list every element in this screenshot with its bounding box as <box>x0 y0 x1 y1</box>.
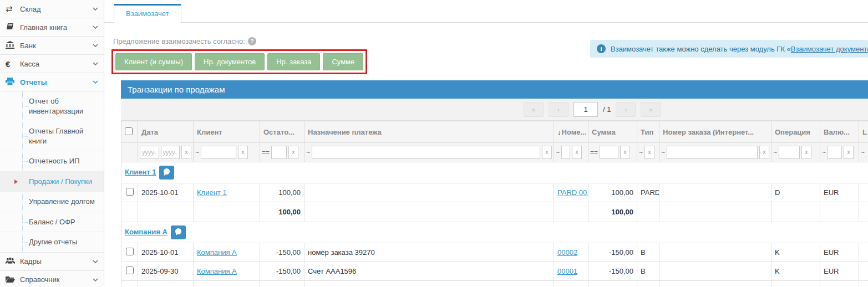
sidebar-subitem-balance[interactable]: Баланс / ОФР <box>0 212 104 233</box>
cell-doc-link[interactable]: 00001 <box>557 267 577 275</box>
cell-operation: K <box>771 262 820 281</box>
col-order-number[interactable]: Номер заказа (Интернет... <box>659 121 771 143</box>
sidebar-item-otchety[interactable]: Отчеты <box>0 73 104 91</box>
cell-client-link[interactable]: Компания А <box>197 267 237 275</box>
select-all-checkbox[interactable] <box>125 127 133 135</box>
sidebar-subitem-debt-management[interactable]: Управление долгом <box>0 192 104 212</box>
group-subtotal-row: 100,00 100,00 <box>121 202 868 222</box>
next-page-button[interactable]: › <box>616 102 636 117</box>
cell-type: B <box>637 243 659 262</box>
client-filter[interactable] <box>201 146 236 159</box>
col-client[interactable]: Клиент <box>194 121 260 143</box>
header-row: Дата Клиент Остато... Назначение платежа… <box>121 121 868 143</box>
row-checkbox[interactable] <box>126 266 134 274</box>
col-type[interactable]: Тип <box>637 121 659 143</box>
order-number-filter[interactable] <box>667 146 758 159</box>
sum-filter[interactable] <box>600 146 618 159</box>
clear-filter-button[interactable]: x <box>801 146 811 159</box>
col-number[interactable]: ↓Номе... <box>554 121 588 143</box>
col-purpose[interactable]: Назначение платежа <box>304 121 554 143</box>
col-sum[interactable]: Сумма <box>588 121 637 143</box>
page-number-input[interactable] <box>573 102 598 117</box>
date-from-filter[interactable] <box>140 146 159 159</box>
col-operation[interactable]: Операция <box>771 121 820 143</box>
clear-filter-button[interactable]: x <box>644 146 654 159</box>
cell-sum: -150,00 <box>588 262 637 281</box>
group-client-link[interactable]: Клиент 1 <box>125 168 156 176</box>
col-clipped[interactable]: L <box>859 121 868 143</box>
clear-filter-button[interactable]: x <box>620 146 630 159</box>
sidebar-subitem-other-reports[interactable]: Другие отчеты <box>0 232 104 252</box>
clear-filter-button[interactable]: x <box>288 146 298 159</box>
sidebar-subitem-ip-reporting[interactable]: Отчетность ИП <box>0 151 104 172</box>
prev-page-button[interactable]: ‹ <box>549 102 568 117</box>
sidebar-subitem-gl-reports[interactable]: Отчеты Главной книги <box>0 121 104 151</box>
filter-op: ~ <box>639 148 643 156</box>
sidebar: ⇄ Склад Главная книга Банк € Касса Отчет… <box>0 0 104 287</box>
chat-icon[interactable] <box>159 166 174 180</box>
sidebar-item-glavnaya-kniga[interactable]: Главная книга <box>0 18 104 37</box>
group-client-link[interactable]: Компания А <box>125 228 167 236</box>
grid-toolbar: « ‹ / 1 › » <box>121 99 868 121</box>
cell-doc-link[interactable]: 00002 <box>557 248 577 257</box>
filter-op: == <box>262 148 270 156</box>
cell-client-link[interactable]: Клиент 1 <box>197 188 227 197</box>
filter-op: ~ <box>661 148 665 156</box>
clear-filter-button[interactable]: x <box>542 146 552 159</box>
offset-by-client-button[interactable]: Клиент (и суммы) <box>115 53 192 70</box>
sidebar-subitem-inventory-report[interactable]: Отчет об инвентаризации <box>0 91 104 121</box>
chevron-down-icon <box>93 79 98 85</box>
chevron-down-icon <box>93 24 98 30</box>
main-content: Взаимозачет Предложение взаимозачесть со… <box>104 0 868 287</box>
help-icon[interactable]: ? <box>248 37 256 45</box>
offset-by-doc-number-button[interactable]: Нр. документов <box>195 53 265 70</box>
sidebar-item-label: Кадры <box>20 257 93 265</box>
col-currency[interactable]: Валю... <box>820 121 859 143</box>
clear-filter-button[interactable]: x <box>759 146 769 159</box>
cell-purpose: номер заказа 39270 <box>304 243 554 262</box>
cell-operation: K <box>771 243 820 262</box>
cell-type: B <box>637 262 659 281</box>
clear-filter-button[interactable]: x <box>572 146 582 159</box>
tab-vzaimozachet[interactable]: Взаимозачет <box>114 4 181 23</box>
folder-icon <box>6 275 20 284</box>
cell-order <box>659 243 771 262</box>
sidebar-subitem-sales-purchases[interactable]: Продажи / Покупки <box>0 172 104 192</box>
chat-icon[interactable] <box>171 226 186 239</box>
last-page-button[interactable]: » <box>641 102 661 117</box>
sidebar-item-spravochnik[interactable]: Справочник <box>0 271 104 287</box>
sidebar-item-label: Главная книга <box>20 23 93 32</box>
sidebar-item-kassa[interactable]: € Касса <box>0 55 104 73</box>
table-row: 2025-10-01 Клиент 1 100,00 PARD 00... 10… <box>121 183 868 202</box>
cell-client-link[interactable]: Компания А <box>197 248 237 257</box>
balance-filter[interactable] <box>271 146 287 159</box>
offset-by-amount-button[interactable]: Сумме <box>323 53 363 70</box>
offset-buttons-annotation-box: Клиент (и суммы) Нр. документов Нр. зака… <box>111 49 367 74</box>
row-checkbox[interactable] <box>126 248 134 255</box>
clear-filter-button[interactable]: x <box>844 146 854 159</box>
currency-filter[interactable] <box>828 146 842 159</box>
offset-by-order-number-button[interactable]: Нр. заказа <box>267 53 320 70</box>
sidebar-item-bank[interactable]: Банк <box>0 37 104 55</box>
filter-op: == <box>590 148 598 156</box>
sidebar-item-kadry[interactable]: Кадры <box>0 253 104 271</box>
col-balance[interactable]: Остато... <box>260 121 304 143</box>
date-to-filter[interactable] <box>161 146 180 159</box>
sidebar-item-sklad[interactable]: ⇄ Склад <box>0 0 104 18</box>
purpose-filter[interactable] <box>312 146 540 159</box>
offset-suggestion-label: Предложение взаимозачесть согласно: <box>113 37 245 45</box>
subtotal-balance: 100,00 <box>260 202 304 222</box>
first-page-button[interactable]: « <box>524 102 544 117</box>
offset-documents-link[interactable]: Взаимозачет документов <box>791 45 868 53</box>
row-checkbox[interactable] <box>126 188 134 196</box>
number-filter[interactable] <box>561 146 570 159</box>
table-row: 2025-09-30 Компания А -150,00 Счет ААА15… <box>121 262 868 281</box>
cell-currency: EUR <box>820 183 859 202</box>
col-date[interactable]: Дата <box>138 121 194 143</box>
clear-filter-button[interactable]: x <box>238 146 248 159</box>
cell-purpose: Счет ААА1596 <box>304 262 554 281</box>
cell-doc-link[interactable]: PARD 00... <box>557 188 588 197</box>
info-banner: i Взаимозачет также можно сделать через … <box>590 40 868 58</box>
operation-filter[interactable] <box>779 146 800 159</box>
clear-filter-button[interactable]: x <box>181 146 191 159</box>
